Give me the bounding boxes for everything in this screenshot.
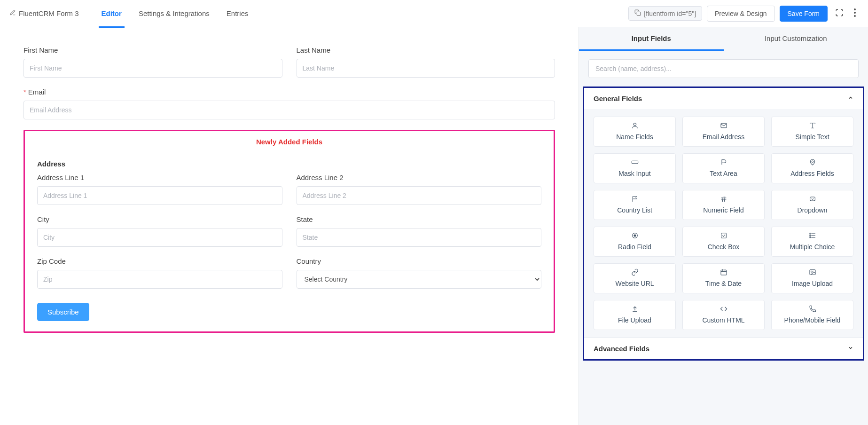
svg-line-13 [722,196,723,202]
address-section-label: Address [37,160,541,168]
main-layout: First Name Last Name *Email Newly Added … [0,27,868,425]
sidebar-tab-input-fields[interactable]: Input Fields [579,27,724,51]
save-button[interactable]: Save Form [780,6,828,22]
svg-rect-23 [810,235,811,236]
advanced-fields-label: Advanced Fields [594,345,649,353]
field-label: Numeric Field [703,206,743,214]
svg-point-3 [854,15,856,17]
dropdown-icon [774,195,850,205]
field-item-text-area[interactable]: Text Area [682,153,765,183]
field-label: Image Upload [792,280,833,287]
svg-point-17 [634,235,636,236]
field-item-time-date[interactable]: Time & Date [682,263,765,293]
form-title[interactable]: FluentCRM Form 3 [9,9,79,17]
custom-html-icon [686,305,761,315]
shortcode-box[interactable]: [fluentform id="5"] [628,6,702,21]
field-label: Simple Text [795,133,829,141]
form-col-address1: Address Line 1 [37,173,282,205]
svg-point-10 [812,161,813,162]
field-item-check-box[interactable]: Check Box [682,227,765,257]
svg-point-1 [854,8,856,10]
form-row-name: First Name Last Name [23,46,555,78]
simple-text-icon [774,122,850,131]
field-item-image-upload[interactable]: Image Upload [771,263,853,293]
svg-rect-15 [810,197,815,201]
field-item-custom-html[interactable]: Custom HTML [682,300,765,330]
check-box-icon [686,232,761,241]
sidebar-tab-customization[interactable]: Input Customization [724,27,868,51]
field-item-multiple-choice[interactable]: Multiple Choice [771,227,853,257]
field-item-website-url[interactable]: Website URL [594,263,676,293]
tab-entries[interactable]: Entries [218,0,257,27]
field-item-address-fields[interactable]: Address Fields [771,153,853,183]
chevron-down-icon [848,345,853,352]
more-icon[interactable] [851,7,859,20]
country-label: Country [297,257,542,265]
field-item-country-list[interactable]: Country List [594,190,676,220]
email-input[interactable] [23,101,555,119]
field-item-email-address[interactable]: Email Address [682,117,765,147]
field-item-radio-field[interactable]: Radio Field [594,227,676,257]
form-col-email: *Email [23,88,555,119]
field-item-dropdown[interactable]: Dropdown [771,190,853,220]
subscribe-button[interactable]: Subscribe [37,303,89,321]
nav-tabs: Editor Settings & Integrations Entries [93,0,257,27]
field-label: File Upload [618,316,651,324]
field-label: Custom HTML [702,316,744,324]
radio-field-icon [597,232,673,241]
search-input[interactable] [588,59,859,78]
field-label: Mask Input [618,170,650,177]
city-input[interactable] [37,228,282,247]
field-label: Dropdown [798,206,828,214]
svg-line-14 [724,196,725,202]
last-name-label: Last Name [297,46,555,54]
last-name-input[interactable] [297,59,555,78]
name-fields-icon [597,122,673,131]
city-label: City [37,215,282,223]
field-label: Email Address [703,133,744,141]
form-col-country: Country Select Country [297,257,542,289]
copy-icon [634,9,641,17]
field-label: Website URL [615,280,654,287]
field-item-simple-text[interactable]: Simple Text [771,117,853,147]
tab-editor[interactable]: Editor [93,0,130,27]
sidebar: Input Fields Input Customization General… [579,27,868,425]
svg-rect-22 [810,233,811,234]
general-fields-header[interactable]: General Fields [584,88,863,109]
field-label: Country List [617,206,652,214]
svg-rect-24 [810,237,811,238]
svg-point-30 [811,271,812,272]
form-col-city: City [37,215,282,247]
svg-rect-29 [810,270,815,275]
country-list-icon [597,195,673,205]
header-right: [fluentform id="5"] Preview & Design Sav… [628,6,859,22]
field-item-phone-mobile-field[interactable]: Phone/Mobile Field [771,300,853,330]
expand-icon[interactable] [832,7,846,20]
email-address-icon [686,122,761,131]
address2-label: Address Line 2 [297,173,542,181]
preview-design-button[interactable]: Preview & Design [707,6,775,22]
field-item-numeric-field[interactable]: Numeric Field [682,190,765,220]
field-item-name-fields[interactable]: Name Fields [594,117,676,147]
svg-rect-5 [721,123,727,127]
svg-rect-6 [632,161,638,163]
chevron-up-icon [848,95,853,102]
state-input[interactable] [297,228,542,247]
highlight-title: Newly Added Fields [37,138,541,146]
field-label: Time & Date [705,280,742,287]
first-name-input[interactable] [23,59,282,78]
sidebar-tabs: Input Fields Input Customization [579,27,868,51]
zip-input[interactable] [37,270,282,289]
address1-input[interactable] [37,186,282,205]
tab-settings[interactable]: Settings & Integrations [130,0,218,27]
field-item-mask-input[interactable]: Mask Input [594,153,676,183]
text-area-icon [686,158,761,168]
multiple-choice-icon [774,232,850,241]
field-item-file-upload[interactable]: File Upload [594,300,676,330]
field-label: Check Box [708,243,740,251]
required-asterisk: * [23,88,26,96]
shortcode-text: [fluentform id="5"] [644,10,696,17]
address2-input[interactable] [297,186,542,205]
advanced-fields-header[interactable]: Advanced Fields [584,338,863,359]
country-select[interactable]: Select Country [297,270,542,289]
